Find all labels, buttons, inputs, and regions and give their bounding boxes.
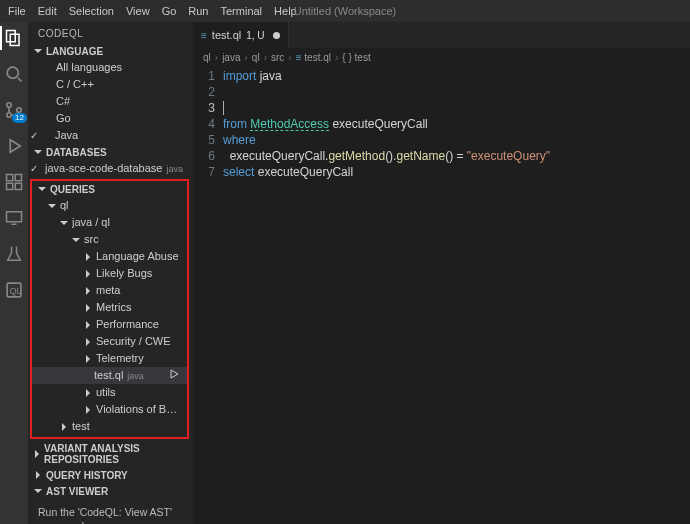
svg-rect-9 — [15, 175, 21, 181]
menu-item[interactable]: Run — [188, 5, 208, 17]
section-query-history[interactable]: QUERY HISTORY — [28, 467, 193, 483]
chevron-right-icon — [82, 404, 94, 416]
section-label: AST VIEWER — [46, 486, 108, 497]
chevron-down-icon — [58, 217, 70, 229]
editor: ≡ test.ql 1, U ql›java›ql›src›≡ test.ql›… — [193, 22, 690, 524]
tree-folder[interactable]: Language Abuse — [32, 248, 187, 265]
chevron-right-icon — [82, 302, 94, 314]
sidebar: CODEQL LANGUAGE All languagesC / C++C#Go… — [28, 22, 193, 524]
section-databases[interactable]: DATABASES — [28, 144, 193, 160]
section-ast-viewer[interactable]: AST VIEWER — [28, 483, 193, 499]
language-item[interactable]: C / C++ — [28, 76, 193, 93]
tree-folder[interactable]: Telemetry — [32, 350, 187, 367]
chevron-right-icon — [82, 251, 94, 263]
svg-point-4 — [7, 103, 12, 108]
chevron-right-icon — [82, 319, 94, 331]
svg-point-6 — [17, 108, 22, 113]
language-item[interactable]: Go — [28, 110, 193, 127]
sidebar-title: CODEQL — [28, 22, 193, 43]
search-icon[interactable] — [4, 64, 24, 84]
tree-file-selected[interactable]: test.qljava — [32, 367, 187, 384]
breadcrumb-item[interactable]: ql — [203, 52, 211, 63]
remote-icon[interactable] — [4, 208, 24, 228]
tree-folder[interactable]: ql — [32, 197, 187, 214]
tree-folder[interactable]: test — [32, 418, 187, 435]
chevron-right-icon — [82, 353, 94, 365]
tree-folder[interactable]: Likely Bugs — [32, 265, 187, 282]
menu-item[interactable]: File — [8, 5, 26, 17]
tree-folder[interactable]: Security / CWE — [32, 333, 187, 350]
breadcrumb-item[interactable]: { } test — [342, 52, 370, 63]
svg-text:QL: QL — [10, 286, 22, 296]
chevron-right-icon — [58, 421, 70, 433]
testing-icon[interactable] — [4, 244, 24, 264]
codeql-icon[interactable]: QL — [4, 280, 24, 300]
language-item[interactable]: All languages — [28, 59, 193, 76]
source-control-icon[interactable]: 12 — [4, 100, 24, 120]
chevron-right-icon — [32, 469, 44, 481]
language-item[interactable]: Java — [28, 127, 193, 144]
menu-item[interactable]: Edit — [38, 5, 57, 17]
menu-item[interactable]: Go — [162, 5, 177, 17]
code-lines[interactable]: import javafrom MethodAccess executeQuer… — [223, 68, 690, 180]
chevron-right-icon — [82, 268, 94, 280]
section-label: LANGUAGE — [46, 46, 103, 57]
svg-marker-7 — [10, 140, 20, 153]
svg-marker-16 — [171, 370, 178, 378]
chevron-down-icon — [32, 485, 44, 497]
svg-rect-10 — [7, 183, 13, 189]
explorer-icon[interactable] — [4, 28, 24, 48]
ast-hint: Run the 'CodeQL: View AST' command on an… — [28, 499, 193, 524]
breadcrumb-item[interactable]: ql — [252, 52, 260, 63]
tree-folder[interactable]: Violations of Best Practice — [32, 401, 187, 418]
chevron-down-icon — [32, 146, 44, 158]
breadcrumb-item[interactable]: src — [271, 52, 284, 63]
breadcrumb-item[interactable]: java — [222, 52, 240, 63]
breadcrumb-item[interactable]: ≡ test.ql — [296, 52, 331, 63]
chevron-right-icon — [82, 387, 94, 399]
svg-rect-12 — [7, 212, 22, 222]
extensions-icon[interactable] — [4, 172, 24, 192]
svg-rect-8 — [7, 175, 13, 181]
svg-rect-11 — [15, 183, 21, 189]
section-queries[interactable]: QUERIES — [32, 181, 187, 197]
debug-icon[interactable] — [4, 136, 24, 156]
editor-tab[interactable]: ≡ test.ql 1, U — [193, 22, 289, 48]
language-item[interactable]: C# — [28, 93, 193, 110]
section-variant-repos[interactable]: VARIANT ANALYSIS REPOSITORIES — [28, 441, 193, 467]
section-label: DATABASES — [46, 147, 107, 158]
code-editor[interactable]: 1234567 import javafrom MethodAccess exe… — [193, 66, 690, 180]
tree-folder[interactable]: meta — [32, 282, 187, 299]
ql-file-icon: ≡ — [201, 30, 207, 41]
chevron-right-icon — [82, 285, 94, 297]
play-icon[interactable] — [169, 368, 179, 383]
database-item[interactable]: java-sce-code-databasejava — [28, 160, 193, 177]
chevron-down-icon — [36, 183, 48, 195]
tree-folder[interactable]: utils — [32, 384, 187, 401]
editor-tabs: ≡ test.ql 1, U — [193, 22, 690, 48]
section-language[interactable]: LANGUAGE — [28, 43, 193, 59]
menu-item[interactable]: Selection — [69, 5, 114, 17]
chevron-down-icon — [70, 234, 82, 246]
chevron-right-icon — [82, 336, 94, 348]
tree-folder[interactable]: Performance — [32, 316, 187, 333]
activity-bar: 12 QL — [0, 22, 28, 524]
modified-dot-icon — [273, 32, 280, 39]
menu-item[interactable]: View — [126, 5, 150, 17]
breadcrumbs[interactable]: ql›java›ql›src›≡ test.ql›{ } test — [193, 48, 690, 66]
chevron-right-icon — [32, 448, 42, 460]
menu-item[interactable]: Terminal — [221, 5, 263, 17]
tab-filename: test.ql — [212, 29, 241, 41]
svg-point-5 — [7, 113, 12, 118]
tree-folder[interactable]: Metrics — [32, 299, 187, 316]
section-label: QUERY HISTORY — [46, 470, 128, 481]
tree-folder[interactable]: src — [32, 231, 187, 248]
chevron-down-icon — [32, 45, 44, 57]
workspace-title: Untitled (Workspace) — [294, 5, 397, 17]
section-label: VARIANT ANALYSIS REPOSITORIES — [44, 443, 189, 465]
chevron-down-icon — [46, 200, 58, 212]
section-label: QUERIES — [50, 184, 95, 195]
tree-folder[interactable]: java / ql — [32, 214, 187, 231]
svg-line-3 — [18, 78, 22, 82]
tab-status: 1, U — [246, 30, 264, 41]
